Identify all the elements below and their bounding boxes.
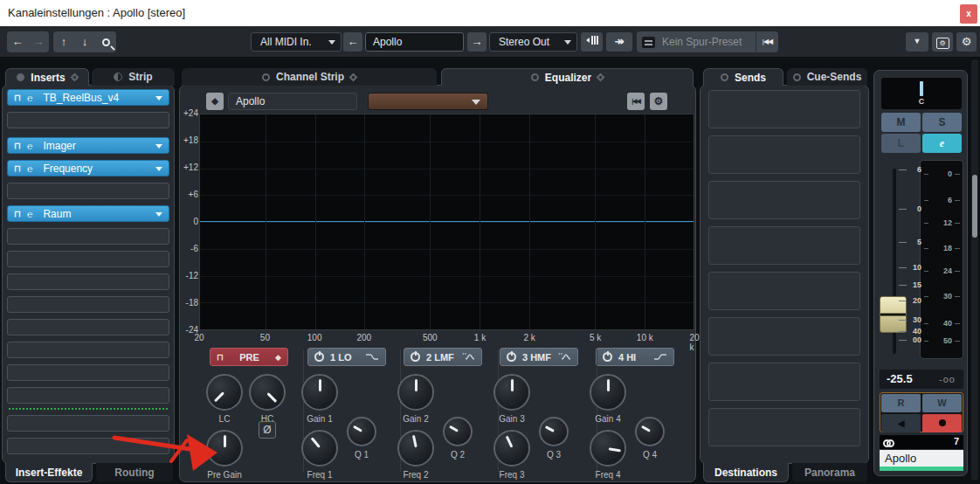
search-channel-button[interactable] (95, 31, 116, 52)
monitor-button[interactable]: ◀ (881, 414, 921, 432)
fader-section-icon (585, 35, 598, 45)
edit-plugin-icon[interactable]: ℮ (27, 93, 33, 103)
insert-slot-empty[interactable] (7, 387, 169, 404)
knob-label-q4: Q 4 (643, 450, 657, 460)
edit-plugin-icon[interactable]: ℮ (27, 209, 33, 219)
insert-slot-empty[interactable] (7, 273, 169, 290)
insert-slot-Raum[interactable]: ⊓℮Raum (7, 205, 169, 222)
tab-routing[interactable]: Routing (96, 463, 173, 482)
settings-button[interactable]: ⚙ (956, 32, 977, 52)
eq-knob-lc[interactable] (206, 374, 243, 411)
tab-destinations[interactable]: Destinations (703, 463, 789, 482)
insert-slot-empty[interactable] (7, 112, 169, 128)
tab-insert-effekte[interactable]: Insert-Effekte (5, 463, 93, 482)
midi-input-select[interactable]: All MIDI In. (251, 32, 342, 52)
insert-slot-empty[interactable] (7, 228, 169, 245)
insert-slot-empty[interactable] (7, 364, 169, 381)
tab-panorama[interactable]: Panorama (792, 463, 867, 482)
edit-plugin-icon[interactable]: ℮ (27, 163, 33, 174)
send-slot-empty[interactable] (708, 181, 860, 219)
send-slot-empty[interactable] (708, 226, 860, 265)
eq-knob-gain4[interactable] (590, 374, 626, 411)
knob-label-freq3: Freq 3 (500, 470, 525, 480)
close-button[interactable]: x (960, 4, 977, 24)
eq-knob-q2[interactable] (443, 417, 473, 446)
phase-button[interactable]: Ø (259, 421, 276, 439)
eq-knob-q1[interactable] (347, 417, 376, 446)
knob-label-pregain: Pre Gain (207, 470, 241, 480)
insert-slot-empty[interactable] (7, 415, 169, 432)
write-automation-button[interactable]: W (922, 394, 962, 412)
insert-slot-empty[interactable] (7, 251, 169, 267)
send-slot-empty[interactable] (708, 317, 860, 356)
chevron-down-icon[interactable] (155, 96, 162, 100)
back-button[interactable]: ← (7, 31, 28, 52)
chevron-down-icon[interactable] (155, 212, 162, 217)
eq-knob-freq3[interactable] (493, 430, 530, 467)
channel-nav-group: ↑ ↓ (53, 31, 116, 52)
scrollbar-thumb[interactable] (972, 175, 977, 238)
edit-plugin-icon[interactable]: ℮ (27, 141, 33, 151)
bypass-icon[interactable]: ⊓ (14, 163, 21, 173)
fader-tick-label: 6 (902, 165, 921, 174)
edit-channel-button[interactable]: e (922, 134, 962, 153)
eq-knob-gain2[interactable] (397, 374, 434, 411)
output-value: Stereo Out (499, 36, 549, 48)
eq-knob-freq2[interactable] (397, 430, 434, 467)
insert-slot-empty[interactable] (7, 183, 169, 199)
send-slot-empty[interactable] (708, 90, 860, 128)
knob-pointer (303, 376, 336, 409)
eq-knob-freq4[interactable] (590, 430, 626, 467)
eq-knob-q4[interactable] (635, 417, 665, 446)
eq-knob-freq1[interactable] (301, 430, 338, 467)
record-enable-button[interactable] (922, 414, 962, 432)
channel-name-input[interactable]: Apollo (365, 32, 464, 52)
listen-button[interactable]: L (881, 134, 921, 153)
mute-button[interactable]: M (881, 113, 921, 132)
channel-name-label[interactable]: Apollo (880, 450, 963, 467)
eq-knob-gain3[interactable] (493, 374, 530, 411)
insert-slot-TB_ReelBus_v4[interactable]: ⊓℮TB_ReelBus_v4 (7, 89, 169, 106)
insert-slot-empty[interactable] (7, 319, 169, 335)
previous-channel-button[interactable]: ↑ (53, 31, 74, 52)
next-channel-button[interactable]: ↓ (74, 31, 95, 52)
eq-knob-hc[interactable] (249, 374, 286, 411)
eq-knob-gain1[interactable] (301, 374, 338, 411)
layout-dropdown-button[interactable]: ▼ (906, 32, 928, 52)
pan-control[interactable]: C (881, 78, 962, 109)
edit-channel-button[interactable]: ↠ (606, 32, 632, 52)
send-slot-empty[interactable] (708, 135, 860, 174)
send-slot-empty[interactable] (708, 408, 860, 446)
vertical-scrollbar[interactable] (971, 59, 978, 481)
output-select[interactable]: Stereo Out (489, 32, 577, 52)
output-routing-button[interactable]: → (467, 32, 487, 52)
insert-slot-Frequency[interactable]: ⊓℮Frequency (7, 160, 169, 176)
send-slot-empty[interactable] (708, 363, 860, 401)
send-slot-empty[interactable] (708, 272, 860, 310)
meter-tick-label: 24 (943, 266, 952, 275)
bypass-icon[interactable]: ⊓ (14, 141, 21, 150)
bypass-icon[interactable]: ⊓ (14, 209, 21, 218)
peak-level-value: -oo (939, 374, 956, 384)
insert-slot-empty[interactable] (7, 438, 169, 454)
meter-tick (924, 223, 928, 224)
solo-button[interactable]: S (922, 113, 962, 132)
insert-slot-Imager[interactable]: ⊓℮Imager (7, 137, 169, 154)
forward-button[interactable]: → (28, 31, 49, 52)
remove-preset-icon[interactable]: |◀◀ (756, 31, 778, 52)
input-routing-button[interactable]: ← (343, 32, 362, 52)
eq-knob-q3[interactable] (539, 417, 569, 446)
knob-pointer (536, 414, 572, 450)
insert-slot-empty[interactable] (7, 296, 169, 313)
read-automation-button[interactable]: R (881, 394, 921, 412)
track-preset-icon (642, 37, 655, 48)
knob-label-q1: Q 1 (355, 450, 369, 460)
eq-knob-pregain[interactable] (206, 430, 243, 467)
bypass-icon[interactable]: ⊓ (14, 93, 21, 102)
window-setup-button[interactable]: ⚙ (932, 32, 953, 52)
track-preset-group[interactable]: Kein Spur-Preset |◀◀ (637, 31, 778, 52)
insert-slot-empty[interactable] (7, 342, 169, 358)
chevron-down-icon[interactable] (155, 144, 162, 149)
show-fader-section-button[interactable] (581, 32, 603, 52)
chevron-down-icon[interactable] (155, 167, 162, 171)
